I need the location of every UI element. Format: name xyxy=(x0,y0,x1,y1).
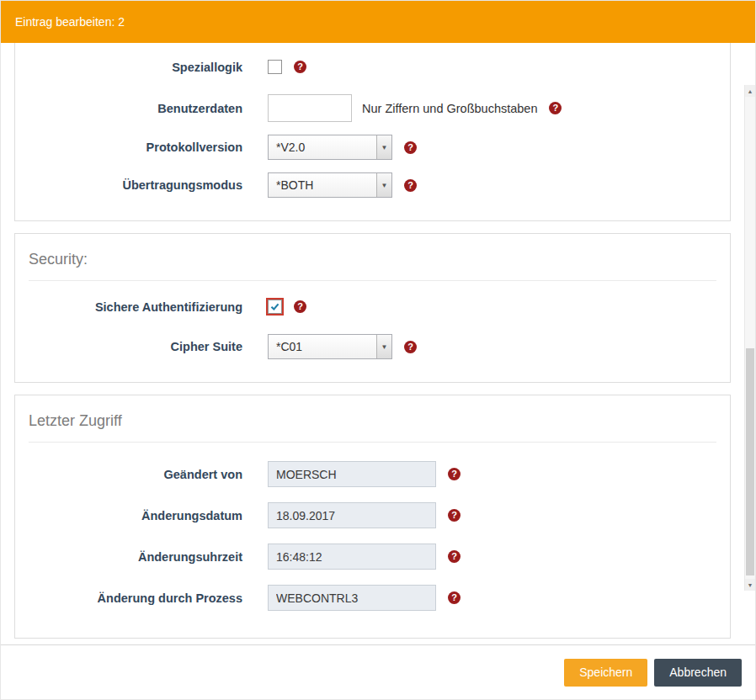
sichere-authentifizierung-label: Sichere Authentifizierung xyxy=(29,300,242,314)
scrollbar-thumb[interactable] xyxy=(746,348,754,575)
row-benutzerdaten: Benutzerdaten Nur Ziffern und Großbuchst… xyxy=(29,94,716,122)
row-uebertragungsmodus: Übertragungsmodus *BOTH xyxy=(29,172,716,198)
form-content: Speziallogik Benutzerdaten Nur Ziffern u… xyxy=(1,43,744,644)
section-general: Speziallogik Benutzerdaten Nur Ziffern u… xyxy=(14,43,731,221)
chevron-down-icon xyxy=(376,173,391,197)
benutzerdaten-input[interactable] xyxy=(268,94,352,122)
speziallogik-checkbox[interactable] xyxy=(268,60,282,74)
aenderungsdatum-help-icon[interactable] xyxy=(448,509,461,522)
vertical-scrollbar[interactable] xyxy=(744,85,755,591)
uebertragungsmodus-select[interactable]: *BOTH xyxy=(268,172,392,198)
protokollversion-select[interactable]: *V2.0 xyxy=(268,135,392,160)
scroll-down-arrow-icon[interactable] xyxy=(745,579,755,591)
section-letzter-zugriff: Letzter Zugriff Geändert von Änderungsda… xyxy=(14,395,731,639)
chevron-down-icon xyxy=(376,335,391,358)
geaendert-von-help-icon[interactable] xyxy=(448,468,461,480)
scroll-up-arrow-icon[interactable] xyxy=(745,85,755,97)
protokollversion-selected-value: *V2.0 xyxy=(276,141,305,154)
uebertragungsmodus-help-icon[interactable] xyxy=(404,179,417,192)
letzter-zugriff-section-title: Letzter Zugriff xyxy=(29,411,716,443)
row-geaendert-von: Geändert von xyxy=(29,461,716,487)
row-aenderungsdatum: Änderungsdatum xyxy=(29,502,716,528)
benutzerdaten-hint: Nur Ziffern und Großbuchstaben xyxy=(362,102,537,115)
dialog-header: Eintrag bearbeiten: 2 xyxy=(1,1,755,43)
row-sichere-authentifizierung: Sichere Authentifizierung xyxy=(29,300,716,314)
cipher-suite-help-icon[interactable] xyxy=(404,341,417,353)
chevron-down-icon xyxy=(376,135,391,159)
uebertragungsmodus-label: Übertragungsmodus xyxy=(29,178,242,192)
sichere-authentifizierung-checkbox[interactable] xyxy=(268,300,282,314)
speziallogik-label: Speziallogik xyxy=(29,61,242,74)
protokollversion-label: Protokollversion xyxy=(29,141,242,154)
protokollversion-help-icon[interactable] xyxy=(404,141,417,154)
edit-entry-dialog: Eintrag bearbeiten: 2 Speziallogik Benut… xyxy=(0,0,756,700)
aenderungsuhrzeit-label: Änderungsuhrzeit xyxy=(29,550,242,564)
security-section-title: Security: xyxy=(29,249,716,281)
cipher-suite-select[interactable]: *C01 xyxy=(268,334,392,359)
speziallogik-help-icon[interactable] xyxy=(294,61,306,73)
geaendert-von-input xyxy=(268,461,436,487)
row-speziallogik: Speziallogik xyxy=(29,60,716,74)
cipher-suite-selected-value: *C01 xyxy=(276,340,302,353)
dialog-body: Speziallogik Benutzerdaten Nur Ziffern u… xyxy=(1,43,755,645)
row-aenderung-durch-prozess: Änderung durch Prozess xyxy=(29,585,716,611)
uebertragungsmodus-selected-value: *BOTH xyxy=(276,178,313,192)
aenderungsuhrzeit-help-icon[interactable] xyxy=(448,550,461,563)
cipher-suite-label: Cipher Suite xyxy=(29,340,242,353)
dialog-title: Eintrag bearbeiten: 2 xyxy=(15,15,125,29)
aenderungsdatum-label: Änderungsdatum xyxy=(29,509,242,522)
section-security: Security: Sichere Authentifizierung Ciph… xyxy=(14,233,731,383)
save-button[interactable]: Speichern xyxy=(564,659,647,687)
geaendert-von-label: Geändert von xyxy=(29,468,242,481)
benutzerdaten-help-icon[interactable] xyxy=(549,102,562,114)
cancel-button[interactable]: Abbrechen xyxy=(654,659,742,687)
sichere-authentifizierung-help-icon[interactable] xyxy=(294,300,306,313)
aenderung-durch-prozess-input xyxy=(268,585,436,611)
row-protokollversion: Protokollversion *V2.0 xyxy=(29,135,716,160)
row-cipher-suite: Cipher Suite *C01 xyxy=(29,334,716,359)
aenderung-durch-prozess-help-icon[interactable] xyxy=(448,591,461,604)
aenderungsuhrzeit-input xyxy=(268,544,436,570)
row-aenderungsuhrzeit: Änderungsuhrzeit xyxy=(29,544,716,570)
aenderungsdatum-input xyxy=(268,502,436,528)
check-icon xyxy=(269,301,280,312)
benutzerdaten-label: Benutzerdaten xyxy=(29,102,242,115)
dialog-footer: Speichern Abbrechen xyxy=(1,645,755,699)
aenderung-durch-prozess-label: Änderung durch Prozess xyxy=(29,591,242,605)
